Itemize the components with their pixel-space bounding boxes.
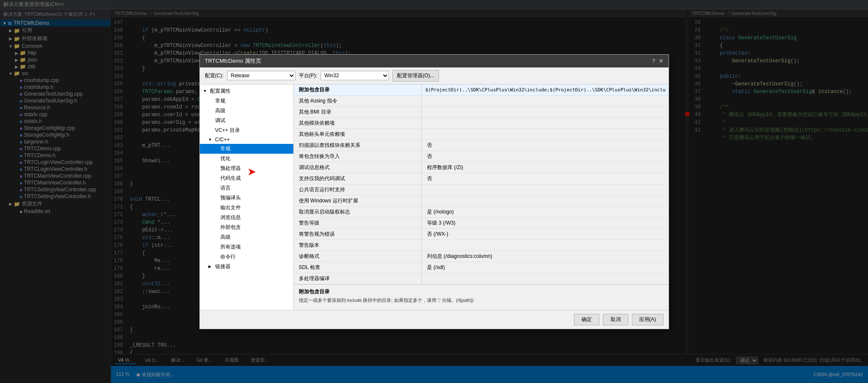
- properties-table: 其他 #using 指令 其他 BMI 目录 其他模块依赖项 其他标头: [294, 96, 669, 284]
- modal-title-controls: ? ✕: [652, 58, 663, 64]
- table-row[interactable]: 支持仅我的代码调试 否: [294, 173, 669, 184]
- tree-item-label: 高级: [220, 234, 231, 241]
- tree-item-config-props[interactable]: ▼ 配置属性: [200, 86, 293, 96]
- tree-item-label: 所有选项: [220, 243, 241, 251]
- ok-button[interactable]: 确定: [574, 314, 599, 325]
- platform-select[interactable]: Win32: [321, 71, 389, 80]
- tree-item-cpp-lang[interactable]: 语言: [200, 183, 293, 193]
- tree-item-cpp-output[interactable]: 输出文件: [200, 203, 293, 213]
- table-row[interactable]: 扫描源以查找模块依赖关系 否: [294, 140, 669, 151]
- prop-value: 列信息 (/diagnostics:column): [422, 251, 669, 262]
- tree-item-label: C/C++: [215, 137, 230, 143]
- prop-label: 其他 #using 指令: [294, 96, 422, 107]
- config-manager-button[interactable]: 配置管理器(O)...: [392, 70, 439, 82]
- prop-label: 扫描源以查找模块依赖关系: [294, 140, 422, 151]
- prop-value: 是 (/sdl): [422, 262, 669, 273]
- tree-item-cpp-advanced[interactable]: 高级: [200, 232, 293, 242]
- config-label: 配置(C):: [205, 72, 224, 79]
- modal-title: TRTCMfcDemo 属性页: [205, 57, 262, 65]
- modal-properties-table: 其他 #using 指令 其他 BMI 目录 其他模块依赖项 其他标头: [294, 96, 669, 284]
- tree-item-label: 代码生成: [220, 175, 241, 182]
- tree-item-label: 常规: [215, 97, 225, 105]
- tree-item-label: 语言: [220, 184, 231, 192]
- table-row[interactable]: 将包含转换为导入 否: [294, 151, 669, 162]
- prop-value: [422, 106, 669, 117]
- prop-value: [422, 96, 669, 107]
- table-row[interactable]: 公共语言运行时支持: [294, 184, 669, 195]
- tree-item-cpp-optimize[interactable]: 优化: [200, 154, 293, 164]
- apply-button[interactable]: 应用(A): [632, 314, 663, 325]
- table-row[interactable]: 其他 BMI 目录: [294, 106, 669, 117]
- include-dir-value-cell: [422, 85, 669, 95]
- table-row[interactable]: 警告版本: [294, 240, 669, 251]
- prop-label: 其他模块依赖项: [294, 117, 422, 129]
- table-row[interactable]: 使用 Windows 运行时扩展: [294, 195, 669, 206]
- modal-toolbar: 配置(C): Release 平台(P): Win32 配置管理器(O)...: [200, 67, 669, 85]
- tree-item-general[interactable]: 常规: [200, 96, 293, 106]
- tree-item-cpp-general[interactable]: 常规: [200, 144, 293, 154]
- tree-item-cpp-allopts[interactable]: 所有选项: [200, 242, 293, 252]
- tree-item-advanced[interactable]: 高级: [200, 106, 293, 116]
- table-row[interactable]: 其他模块依赖项: [294, 117, 669, 129]
- prop-label: 其他 BMI 目录: [294, 106, 422, 117]
- modal-help-button[interactable]: ?: [652, 58, 655, 64]
- tree-item-label: 高级: [215, 107, 225, 114]
- tree-item-cpp-pch[interactable]: 预编译头: [200, 193, 293, 203]
- tree-item-cpp-browse[interactable]: 浏览信息: [200, 213, 293, 222]
- tree-item-cpp[interactable]: ▼ C/C++: [200, 135, 293, 144]
- config-select[interactable]: Release: [227, 71, 295, 80]
- tree-item-label: 优化: [220, 155, 231, 162]
- tree-arrow-icon: ▼: [208, 137, 213, 142]
- prop-value: 等级 3 (/W3): [422, 217, 669, 228]
- include-dir-input[interactable]: [422, 85, 669, 94]
- tree-item-label: 外部包含: [220, 224, 241, 231]
- table-row[interactable]: 取消显示启动版权标志 是 (/nologo): [294, 206, 669, 217]
- modal-title-bar: TRTCMfcDemo 属性页 ? ✕: [200, 55, 669, 67]
- tree-item-cpp-cmdline[interactable]: 命令行: [200, 252, 293, 262]
- tree-item-debug[interactable]: 调试: [200, 116, 293, 126]
- tree-arrow-icon: ▼: [203, 89, 208, 93]
- tree-item-cpp-codegen[interactable]: 代码生成: [200, 173, 293, 183]
- prop-label: 将警告视为错误: [294, 228, 422, 240]
- prop-label: 使用 Windows 运行时扩展: [294, 195, 422, 206]
- table-row[interactable]: 警告等级 等级 3 (/W3): [294, 217, 669, 228]
- prop-label: 调试信息格式: [294, 162, 422, 173]
- prop-value: 否: [422, 151, 669, 162]
- tree-item-cpp-preproc[interactable]: 预处理器: [200, 164, 293, 173]
- tree-item-label: 浏览信息: [220, 214, 241, 221]
- tree-item-label: 预处理器: [220, 165, 241, 172]
- include-path-row: 附加包含目录: [294, 85, 669, 96]
- prop-label: 诊断格式: [294, 251, 422, 262]
- prop-label: 支持仅我的代码调试: [294, 173, 422, 184]
- prop-label: 其他标头单元依赖项: [294, 129, 422, 140]
- table-row[interactable]: 多处理器编译: [294, 273, 669, 284]
- tree-item-label: 配置属性: [210, 88, 231, 95]
- table-row[interactable]: 其他标头单元依赖项: [294, 129, 669, 140]
- table-row[interactable]: 诊断格式 列信息 (/diagnostics:column): [294, 251, 669, 262]
- prop-value: [422, 273, 669, 284]
- table-row[interactable]: 其他 #using 指令: [294, 96, 669, 107]
- include-dir-label: 附加包含目录: [294, 85, 422, 95]
- tree-item-label: VC++ 目录: [215, 127, 240, 134]
- properties-modal: TRTCMfcDemo 属性页 ? ✕ 配置(C): Release 平台(P)…: [199, 54, 669, 329]
- prop-value: 否: [422, 173, 669, 184]
- tree-item-label: 链接器: [215, 263, 231, 270]
- tree-item-label: 常规: [220, 145, 231, 152]
- tree-item-label: 命令行: [220, 253, 236, 260]
- table-row[interactable]: SDL 检查 是 (/sdl): [294, 262, 669, 273]
- tree-item-label: 调试: [215, 117, 225, 124]
- prop-label: 警告版本: [294, 240, 422, 251]
- prop-value: [422, 129, 669, 140]
- modal-close-button[interactable]: ✕: [659, 58, 663, 64]
- cancel-button[interactable]: 取消: [603, 314, 628, 325]
- tree-item-cpp-external[interactable]: 外部包含: [200, 222, 293, 232]
- modal-desc-text: 指定一或多个要添加到 include 路径中的目录; 如果指定多个，请用 ';'…: [299, 297, 663, 304]
- prop-value: [422, 117, 669, 129]
- tree-item-linker[interactable]: ▶ 链接器: [200, 262, 293, 272]
- modal-overlay: TRTCMfcDemo 属性页 ? ✕ 配置(C): Release 平台(P)…: [0, 0, 868, 383]
- prop-value: 程序数据库 (/Zi): [422, 162, 669, 173]
- tree-item-vc-dirs[interactable]: VC++ 目录: [200, 126, 293, 135]
- table-row[interactable]: 将警告视为错误 否 (/WX-): [294, 228, 669, 240]
- table-row[interactable]: 调试信息格式 程序数据库 (/Zi): [294, 162, 669, 173]
- prop-label: 多处理器编译: [294, 273, 422, 284]
